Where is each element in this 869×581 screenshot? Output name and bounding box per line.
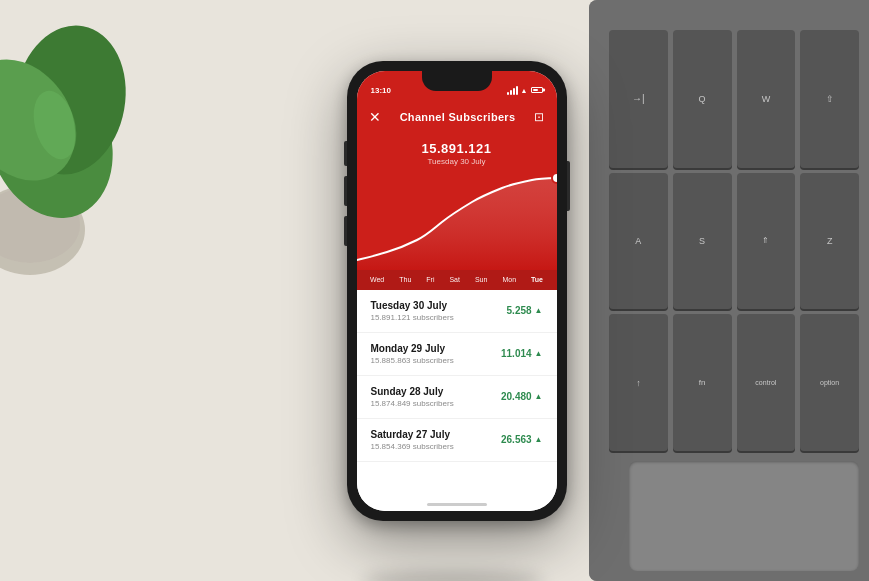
x-axis: Wed Thu Fri Sat Sun Mon Tue [357,270,557,290]
status-time: 13:10 [371,86,391,95]
home-indicator [427,503,487,506]
key-shift-right[interactable]: ⇧ [800,30,859,168]
x-label-fri: Fri [426,276,434,283]
list-item-day-2: Sunday 28 July [371,386,454,397]
x-label-tue: Tue [531,276,543,283]
list-item-left-2: Sunday 28 July 15.874.849 subscribers [371,386,454,408]
list-item-left-1: Monday 29 July 15.885.863 subscribers [371,343,454,365]
key-arrow[interactable]: →| [609,30,668,168]
close-button[interactable]: ✕ [369,109,381,125]
x-label-thu: Thu [399,276,411,283]
svg-point-6 [552,173,557,183]
notch [422,71,492,91]
phone-power-button[interactable] [567,161,570,211]
list-item-subs-2: 15.874.849 subscribers [371,399,454,408]
phone-screen: 13:10 ▲ ✕ Channel Subscri [357,71,557,511]
x-label-mon: Mon [502,276,516,283]
arrow-up-icon-1: ▲ [535,349,543,358]
plant-decoration [0,0,170,280]
key-control[interactable]: control [737,314,796,451]
chart-svg [357,170,557,270]
list-item-subs-0: 15.891.121 subscribers [371,313,454,322]
arrow-up-icon-3: ▲ [535,435,543,444]
chart-value: 15.891.121 [357,141,557,156]
list-item-count-1: 11.014 [501,348,532,359]
list-item-1[interactable]: Monday 29 July 15.885.863 subscribers 11… [357,333,557,376]
arrow-up-icon-2: ▲ [535,392,543,401]
arrow-up-icon-0: ▲ [535,306,543,315]
status-icons: ▲ [507,86,543,95]
phone-volume-down-button[interactable] [344,216,347,246]
phone-volume-up-button[interactable] [344,176,347,206]
battery-icon [531,87,543,93]
wifi-icon: ▲ [521,87,528,94]
signal-icon [507,86,518,95]
camera-icon[interactable]: ⊡ [534,110,544,124]
key-caps[interactable]: ⇑ [737,173,796,310]
header-title: Channel Subscribers [400,111,516,123]
phone-container: 13:10 ▲ ✕ Channel Subscri [347,61,567,521]
list-item-right-2: 20.480 ▲ [501,391,543,402]
list-item-day-3: Saturday 27 July [371,429,454,440]
laptop-area: →| Q W ⇧ A S ⇑ Z ↑ fn control option [589,0,869,581]
x-label-wed: Wed [370,276,384,283]
key-option[interactable]: option [800,314,859,451]
list-item-2[interactable]: Sunday 28 July 15.874.849 subscribers 20… [357,376,557,419]
key-fn[interactable]: fn [673,314,732,451]
list-item-day-0: Tuesday 30 July [371,300,454,311]
key-q[interactable]: Q [673,30,732,168]
list-item-right-3: 26.563 ▲ [501,434,543,445]
chart-stats: 15.891.121 Tuesday 30 July [357,141,557,166]
list-item-left-0: Tuesday 30 July 15.891.121 subscribers [371,300,454,322]
key-up-arrow[interactable]: ↑ [609,314,668,451]
list-item-subs-3: 15.854.369 subscribers [371,442,454,451]
key-w[interactable]: W [737,30,796,168]
list-item-count-2: 20.480 [501,391,532,402]
trackpad[interactable] [629,461,859,571]
x-label-sat: Sat [449,276,460,283]
app-header: ✕ Channel Subscribers ⊡ [357,99,557,135]
list-item-3[interactable]: Saturday 27 July 15.854.369 subscribers … [357,419,557,462]
key-z[interactable]: Z [800,173,859,310]
x-label-sun: Sun [475,276,487,283]
list-item[interactable]: Tuesday 30 July 15.891.121 subscribers 5… [357,290,557,333]
laptop-keyboard: →| Q W ⇧ A S ⇑ Z ↑ fn control option [589,0,869,581]
chart-date: Tuesday 30 July [357,157,557,166]
key-s[interactable]: S [673,173,732,310]
phone-mute-button[interactable] [344,141,347,166]
list-item-count-0: 5.258 [507,305,532,316]
phone-body: 13:10 ▲ ✕ Channel Subscri [347,61,567,521]
list-item-subs-1: 15.885.863 subscribers [371,356,454,365]
list-item-right-0: 5.258 ▲ [507,305,543,316]
list-item-right-1: 11.014 ▲ [501,348,543,359]
key-a[interactable]: A [609,173,668,310]
chart-area: 15.891.121 Tuesday 30 July [357,135,557,290]
list-area: Tuesday 30 July 15.891.121 subscribers 5… [357,290,557,511]
list-item-count-3: 26.563 [501,434,532,445]
list-item-left-3: Saturday 27 July 15.854.369 subscribers [371,429,454,451]
list-item-day-1: Monday 29 July [371,343,454,354]
